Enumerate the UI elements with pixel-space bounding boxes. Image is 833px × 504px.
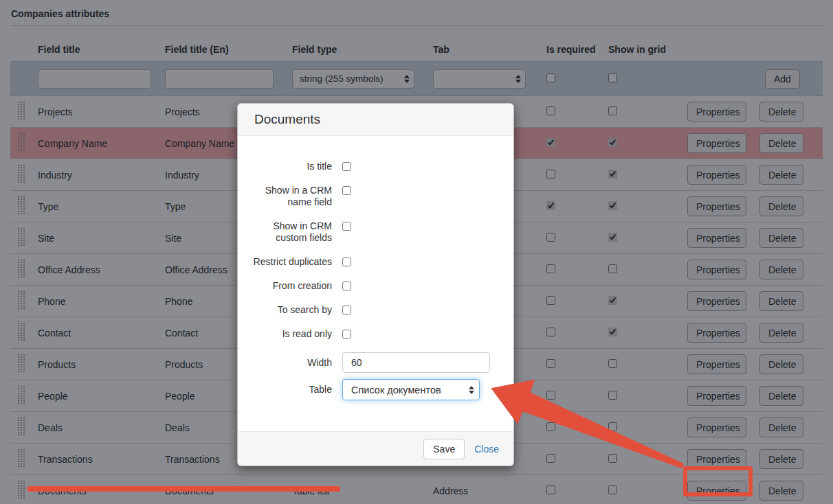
modal-checkbox-label: Is read only xyxy=(238,328,342,340)
modal-checkbox-label: From creation xyxy=(238,280,342,292)
select-stepper-icon xyxy=(469,386,474,394)
documents-properties-dialog: Documents Is title Show in a CRM name fi… xyxy=(237,103,514,466)
table-label: Table xyxy=(238,384,342,396)
modal-checkbox-label: Is title xyxy=(238,161,342,172)
dialog-footer: Save Close xyxy=(238,431,513,466)
modal-checkbox[interactable] xyxy=(342,306,351,314)
modal-checkbox[interactable] xyxy=(342,162,351,171)
modal-checkbox-label: To search by xyxy=(238,304,342,316)
modal-checkbox[interactable] xyxy=(342,282,351,290)
dialog-title: Documents xyxy=(254,112,497,127)
close-link[interactable]: Close xyxy=(474,444,499,455)
width-field[interactable] xyxy=(342,352,490,373)
modal-checkbox-label: Show in a CRM name field xyxy=(238,185,342,208)
modal-checkbox-label: Restrict duplicates xyxy=(238,256,342,268)
modal-checkbox-label: Show in CRM custom fields xyxy=(238,220,342,244)
red-underline-annotation xyxy=(27,486,340,492)
red-box-annotation xyxy=(683,466,753,496)
modal-checkbox[interactable] xyxy=(342,330,351,339)
save-button[interactable]: Save xyxy=(423,439,465,459)
modal-checkbox[interactable] xyxy=(342,222,351,231)
modal-checkbox[interactable] xyxy=(342,186,351,195)
dialog-body: Is title Show in a CRM name field Show i… xyxy=(238,136,513,431)
dialog-header: Documents xyxy=(238,104,513,136)
width-label: Width xyxy=(238,357,342,369)
table-select[interactable]: Список документов xyxy=(342,379,480,400)
modal-checkbox[interactable] xyxy=(342,257,351,266)
